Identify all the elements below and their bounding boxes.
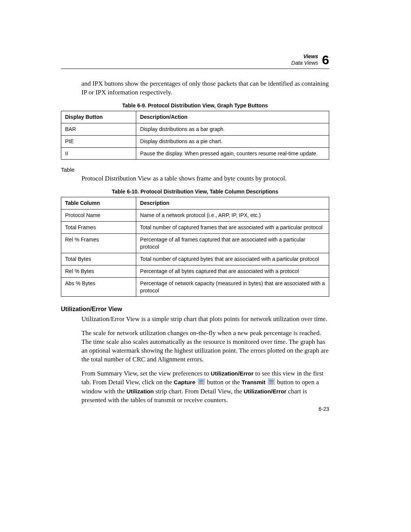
text-run: strip chart. From Detail View, the xyxy=(154,388,244,395)
table-header-row: Table Column Description xyxy=(61,197,329,209)
table-row: Rel % Bytes Percentage of all bytes capt… xyxy=(61,265,329,277)
table-row: Protocol Name Name of a network protocol… xyxy=(61,209,329,222)
intro-paragraph: and IPX buttons show the percentages of … xyxy=(81,80,329,97)
svg-rect-1 xyxy=(199,380,204,382)
table-paragraph: Protocol Distribution View as a table sh… xyxy=(81,174,329,183)
page-header: Views Data Views 6 xyxy=(61,53,329,69)
bold-run: Utilization/Error xyxy=(211,370,254,377)
table-6-10: Table Column Description Protocol Name N… xyxy=(61,197,329,297)
table-cell: Rel % Bytes xyxy=(61,265,136,277)
table-cell: Total Bytes xyxy=(61,253,136,265)
table-cell: BAR xyxy=(61,123,136,135)
table-cell: Total number of captured bytes that are … xyxy=(136,253,329,265)
chapter-number: 6 xyxy=(322,53,329,66)
table-cell: Percentage of network capacity (measured… xyxy=(136,277,329,297)
util-paragraph-3: From Summary View, set the view preferen… xyxy=(81,369,329,404)
bold-run: Utilization/Error xyxy=(244,388,287,395)
bold-run: Transmit xyxy=(242,379,266,385)
table-cell: Pause the display. When pressed again, c… xyxy=(136,147,329,160)
header-subsection: Data Views xyxy=(292,60,319,66)
text-run: From Summary View, set the view preferen… xyxy=(81,370,211,377)
capture-button-icon xyxy=(198,379,205,387)
table-cell: Percentage of all frames captured that a… xyxy=(136,234,329,253)
table-cell: PIE xyxy=(61,135,136,147)
table-row: Rel % Frames Percentage of all frames ca… xyxy=(61,234,329,253)
bold-run: Capture xyxy=(174,379,196,385)
table-header-cell: Table Column xyxy=(61,197,136,209)
table-cell: Display distributions as a pie chart. xyxy=(136,135,329,147)
table-header-row: Display Button Description/Action xyxy=(61,111,329,123)
table-subheading: Table xyxy=(61,166,329,173)
table-row: Total Bytes Total number of captured byt… xyxy=(61,253,329,265)
table-cell: Percentage of all bytes captured that ar… xyxy=(136,265,329,277)
table-header-cell: Description/Action xyxy=(136,111,329,123)
table-6-10-caption: Table 6-10. Protocol Distribution View, … xyxy=(61,189,329,195)
header-section: Views xyxy=(292,53,319,60)
util-paragraph-1: Utilization/Error View is a simple strip… xyxy=(81,315,329,324)
table-cell: Name of a network protocol (i.e., ARP, I… xyxy=(136,209,329,222)
utilization-error-heading: Utilization/Error View xyxy=(61,306,329,313)
table-cell: Protocol Name xyxy=(61,209,136,222)
table-row: II Pause the display. When pressed again… xyxy=(61,147,329,160)
table-6-9-caption: Table 6-9. Protocol Distribution View, G… xyxy=(61,102,329,109)
table-row: Abs % Bytes Percentage of network capaci… xyxy=(61,277,329,297)
bold-run: Utilization xyxy=(127,388,154,395)
table-row: Total Frames Total number of captured fr… xyxy=(61,222,329,234)
page-number: 6-23 xyxy=(319,406,329,412)
svg-rect-7 xyxy=(269,380,274,382)
table-cell: Rel % Frames xyxy=(61,234,136,253)
table-cell: Display distributions as a bar graph. xyxy=(136,123,329,135)
table-row: BAR Display distributions as a bar graph… xyxy=(61,123,329,135)
table-cell: Abs % Bytes xyxy=(61,277,136,297)
util-paragraph-2: The scale for network utilization change… xyxy=(81,329,329,364)
table-6-9: Display Button Description/Action BAR Di… xyxy=(61,111,329,160)
table-header-cell: Description xyxy=(136,197,329,209)
table-cell: II xyxy=(61,147,136,160)
transmit-button-icon xyxy=(268,379,275,387)
text-run: button or the xyxy=(207,379,242,386)
table-header-cell: Display Button xyxy=(61,111,136,123)
table-cell: Total number of captured frames that are… xyxy=(136,222,329,234)
table-row: PIE Display distributions as a pie chart… xyxy=(61,135,329,147)
table-cell: Total Frames xyxy=(61,222,136,234)
